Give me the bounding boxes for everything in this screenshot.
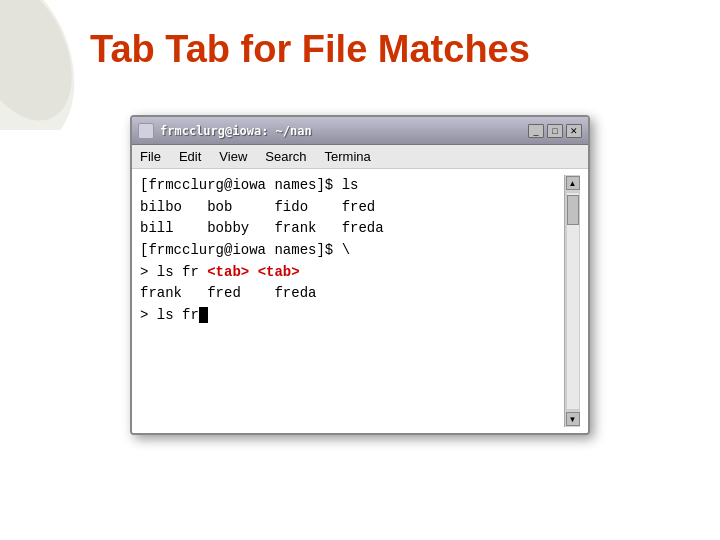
- scrollbar-thumb[interactable]: [567, 195, 579, 225]
- terminal-line-tab: > ls fr <tab> <tab>: [140, 262, 564, 284]
- scroll-down-arrow[interactable]: ▼: [566, 412, 580, 426]
- maximize-button[interactable]: □: [547, 124, 563, 138]
- bg-decoration: [0, 0, 90, 130]
- terminal-line: frank fred freda: [140, 283, 564, 305]
- svg-point-1: [0, 0, 90, 130]
- terminal-body: [frmcclurg@iowa names]$ ls bilbo bob fid…: [132, 169, 588, 433]
- menu-bar: File Edit View Search Termina: [132, 145, 588, 169]
- terminal-wrapper: frmcclurg@iowa: ~/nan _ □ ✕ File Edit Vi…: [130, 115, 590, 435]
- terminal-line: bilbo bob fido fred: [140, 197, 564, 219]
- title-bar-text: frmcclurg@iowa: ~/nan: [160, 124, 528, 138]
- title-bar-icon: [138, 123, 154, 139]
- svg-point-0: [0, 0, 90, 130]
- menu-edit[interactable]: Edit: [179, 149, 201, 164]
- menu-terminal[interactable]: Termina: [325, 149, 371, 164]
- tab-highlight: <tab> <tab>: [207, 264, 299, 280]
- title-bar-buttons: _ □ ✕: [528, 124, 582, 138]
- terminal-line: [frmcclurg@iowa names]$ ls: [140, 175, 564, 197]
- terminal-scrollbar: ▲ ▼: [564, 175, 580, 427]
- terminal-content: [frmcclurg@iowa names]$ ls bilbo bob fid…: [140, 175, 564, 427]
- terminal-line: bill bobby frank freda: [140, 218, 564, 240]
- minimize-button[interactable]: _: [528, 124, 544, 138]
- menu-search[interactable]: Search: [265, 149, 306, 164]
- scroll-up-arrow[interactable]: ▲: [566, 176, 580, 190]
- title-bar: frmcclurg@iowa: ~/nan _ □ ✕: [132, 117, 588, 145]
- menu-file[interactable]: File: [140, 149, 161, 164]
- cursor: [199, 307, 208, 323]
- menu-view[interactable]: View: [219, 149, 247, 164]
- scrollbar-track: [566, 192, 580, 410]
- terminal-window: frmcclurg@iowa: ~/nan _ □ ✕ File Edit Vi…: [130, 115, 590, 435]
- close-button[interactable]: ✕: [566, 124, 582, 138]
- page-title: Tab Tab for File Matches: [90, 28, 530, 71]
- terminal-line: [frmcclurg@iowa names]$ \: [140, 240, 564, 262]
- terminal-line-cursor: > ls fr: [140, 305, 564, 327]
